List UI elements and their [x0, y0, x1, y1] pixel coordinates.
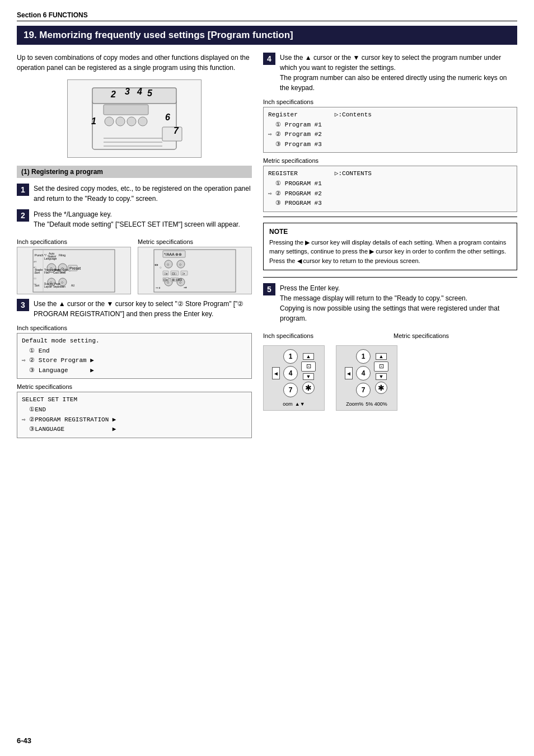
step-3-number: 3	[17, 299, 29, 311]
nav-up[interactable]: ▲	[303, 353, 314, 360]
svg-text:○: ○	[61, 280, 63, 284]
section-header: Section 6 FUNCTIONS	[17, 11, 517, 21]
svg-rect-3	[104, 105, 148, 115]
divider-2	[263, 277, 517, 278]
svg-text:Filing: Filing	[59, 253, 65, 257]
svg-text:2: 2	[110, 90, 116, 99]
step-5-block: 5 Press the Enter key. The message displ…	[263, 283, 517, 323]
section-header-text: Section 6 FUNCTIONS	[17, 11, 88, 19]
svg-text:⇔: ⇔	[154, 262, 158, 267]
left-arrow-key-metric[interactable]: ◄	[345, 367, 353, 379]
svg-text:7: 7	[174, 126, 179, 135]
inch-label-step2: Inch specifications	[17, 238, 131, 245]
step5-metric-label: Metric specifications	[394, 332, 517, 339]
svg-text:⊞ ⊟/⊟: ⊞ ⊟/⊟	[172, 278, 182, 281]
svg-point-4	[105, 117, 114, 126]
svg-text:Film/: Film/	[44, 271, 50, 274]
svg-text:□▪: □▪	[182, 272, 185, 275]
step-5-number: 5	[263, 283, 275, 295]
svg-point-7	[138, 117, 147, 126]
enter-key[interactable]: ⊡	[301, 361, 316, 372]
nav-up-metric[interactable]: ▲	[376, 353, 387, 360]
zoom-text-metric: Zoom%	[346, 401, 363, 407]
svg-text:□o: □o	[164, 272, 167, 275]
step4-metric-screen: REGISTER ▷:CONTENTS ① PROGRAM #1 ⇨ ② PRO…	[263, 166, 517, 212]
step-4-content: Use the ▲ cursor or the ▼ cursor key to …	[280, 53, 517, 93]
step5-inch-label-col: Inch specifications	[263, 329, 387, 341]
inch-keypad: ◄ 1 4 7 ▲ ⊡ ▼ ✱	[263, 345, 325, 411]
step3-screens: Inch specifications Default mode setting…	[17, 325, 252, 438]
nav-down[interactable]: ▼	[303, 373, 314, 380]
svg-text:≠H: ≠H	[34, 260, 36, 263]
svg-text:Card Stock: Card Stock	[53, 271, 66, 274]
step-5-content: Press the Enter key. The message display…	[280, 283, 517, 323]
svg-point-6	[127, 117, 136, 126]
nav-col: ▲ ⊡ ▼ ✱	[301, 353, 316, 394]
step-3-content: Use the ▲ cursor or the ▼ cursor key to …	[34, 299, 252, 319]
step-1-content: Set the desired copy modes, etc., to be …	[34, 184, 252, 204]
svg-text:6: 6	[165, 112, 170, 122]
num-col-147-metric: 1 4 7	[356, 349, 371, 397]
sub-section-header: (1) Registering a program	[17, 166, 252, 178]
svg-text:⇒: ⇒	[184, 285, 187, 289]
step5-inch-label: Inch specifications	[263, 332, 387, 339]
svg-text:Language: Language	[44, 257, 57, 260]
key-1[interactable]: 1	[283, 349, 298, 364]
title-text: 19. Memorizing frequently used settings …	[24, 30, 293, 40]
svg-text:○: ○	[179, 262, 181, 266]
step-3-block: 3 Use the ▲ cursor or the ▼ cursor key t…	[17, 299, 252, 319]
copier-diagram: 1 2 3 4 5 6 7	[67, 79, 202, 158]
nav-col-metric: ▲ ⊡ ▼ ✱	[374, 353, 388, 394]
enter-key-metric[interactable]: ⊡	[374, 361, 388, 372]
svg-text:1: 1	[91, 116, 96, 126]
svg-text:↕□: ↕□	[34, 271, 36, 274]
svg-text:AU: AU	[71, 284, 74, 287]
nav-down-metric[interactable]: ▼	[376, 373, 387, 380]
left-arrow-key[interactable]: ◄	[272, 367, 280, 379]
divider	[263, 217, 517, 217]
step5-labels-row: Inch specifications Metric specification…	[263, 329, 517, 341]
svg-rect-2	[162, 127, 182, 141]
step3-inch-screen: Default mode setting. ① End ⇨ ② Store Pr…	[17, 333, 252, 379]
metric-panel-image: */AAA ⊕⊕ ○ ○ ⇔ ○ □o	[138, 247, 252, 294]
key-4[interactable]: 4	[283, 366, 298, 381]
step4-metric-label: Metric specifications	[263, 157, 517, 164]
svg-text:*/AAA ⊕⊕: */AAA ⊕⊕	[164, 252, 182, 256]
sub-section-label: (1) Registering a program	[21, 168, 103, 176]
step4-inch-screen: Register ▷:Contents ① Program #1 ⇨ ② Pro…	[263, 107, 517, 153]
svg-text:♦□: ♦□	[34, 266, 36, 269]
page-title: 19. Memorizing frequently used settings …	[17, 26, 517, 45]
key-4-metric[interactable]: 4	[356, 366, 371, 381]
step2-inch-col: Inch specifications Punch */ Auto Statio…	[17, 235, 131, 294]
step5-metric-label-col: Metric specifications	[394, 329, 517, 341]
svg-rect-1	[92, 88, 176, 104]
step3-metric-label: Metric specifications	[17, 383, 252, 390]
step4-screens: Inch specifications Register ▷:Contents …	[263, 98, 517, 212]
key-1-metric[interactable]: 1	[356, 349, 371, 364]
svg-text:Preset: Preset	[69, 266, 81, 270]
step-1-block: 1 Set the desired copy modes, etc., to b…	[17, 184, 252, 204]
step-2-block: 2 Press the */Language key. The "Default…	[17, 209, 252, 229]
svg-text:Layout: Layout	[44, 285, 52, 288]
key-7[interactable]: 7	[283, 383, 298, 397]
svg-text:⊡□: ⊡□	[172, 272, 177, 275]
svg-text:○: ○	[167, 262, 169, 266]
zoom-arrows-inch: ▲▼	[295, 401, 305, 407]
star-key[interactable]: ✱	[302, 382, 315, 394]
step2-metric-col: Metric specifications */AAA ⊕⊕ ○	[138, 235, 252, 294]
right-column: 4 Use the ▲ cursor or the ▼ cursor key t…	[263, 53, 517, 443]
step5-spec-labels: Inch specifications Metric specification…	[263, 329, 517, 341]
main-content: Up to seven combinations of copy modes a…	[17, 53, 517, 443]
note-title: NOTE	[269, 228, 511, 236]
star-key-metric[interactable]: ✱	[375, 382, 387, 394]
svg-text:5: 5	[147, 88, 153, 98]
svg-text:□□: □□	[34, 283, 36, 285]
note-box: NOTE Pressing the ▶ cursor key will disp…	[263, 223, 517, 271]
step-2-number: 2	[17, 209, 29, 222]
step-2-content: Press the */Language key. The "Default m…	[34, 209, 252, 229]
page-number: 6-43	[17, 736, 31, 745]
svg-point-5	[116, 117, 125, 126]
metric-label-step2: Metric specifications	[138, 238, 252, 245]
step-4-block: 4 Use the ▲ cursor or the ▼ cursor key t…	[263, 53, 517, 93]
key-7-metric[interactable]: 7	[356, 383, 371, 397]
